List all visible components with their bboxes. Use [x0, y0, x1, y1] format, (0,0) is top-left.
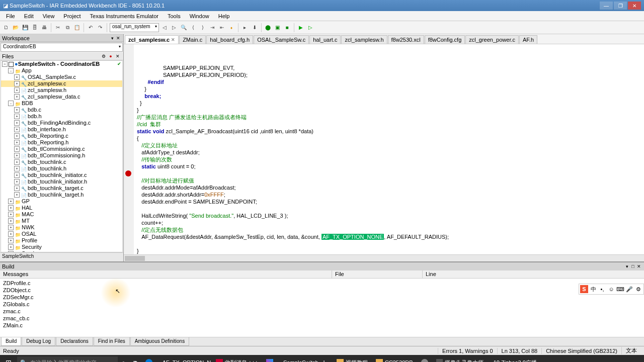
find-icon[interactable]: 🔍 [180, 24, 188, 32]
editor-tab[interactable]: hal_board_cfg.h [206, 35, 253, 44]
workspace-tab[interactable]: SampleSwitch [0, 252, 123, 261]
ime-toolbar[interactable]: S 中 •, ☺ ⌨ 🎤 ⚙ [579, 284, 644, 295]
menu-help[interactable]: Help [214, 12, 234, 20]
file-tree[interactable]: −● SampleSwitch - CoordinatorEB ✔ -📁App+… [1, 60, 123, 252]
editor-tab[interactable]: OSAL_SampleSw.c [254, 35, 309, 44]
highlighted-token[interactable]: AF_TX_OPTION_NONE [321, 234, 384, 240]
breakpoint-icon[interactable] [125, 170, 131, 176]
tab-close-icon[interactable]: ✕ [171, 37, 175, 42]
save-icon[interactable]: 💾 [21, 24, 29, 32]
editor-tab[interactable]: ZMain.c [179, 35, 206, 44]
build-msg[interactable]: ZMain.c [3, 322, 641, 329]
task-app4[interactable] [417, 355, 432, 362]
tree-item[interactable]: +📁MAC [1, 211, 122, 218]
tree-item[interactable]: +📁HAL [1, 205, 122, 211]
task-app3[interactable] [262, 355, 277, 362]
tree-item[interactable]: +📄bdb_touchlink_target.h [1, 192, 122, 198]
build-icon[interactable]: ▣ [274, 24, 282, 32]
menu-window[interactable]: Window [186, 12, 213, 20]
menu-view[interactable]: View [39, 12, 59, 20]
redo-icon[interactable]: ↷ [96, 24, 104, 32]
menu-emulator[interactable]: Texas Instruments Emulator [86, 12, 163, 20]
nav-back-icon[interactable]: ◁ [160, 24, 169, 32]
task-edge[interactable] [141, 355, 156, 362]
tree-item[interactable]: +🔧zcl_samplesw_data.c [1, 94, 122, 100]
task-view[interactable]: ⧉ [129, 355, 141, 362]
tree-item[interactable]: +📁GP [1, 198, 122, 205]
save-all-icon[interactable]: 🗄 [31, 24, 39, 32]
editor-tab[interactable]: zcl_green_power.c [465, 35, 519, 44]
minimize-button[interactable]: — [600, 2, 613, 10]
col-line[interactable]: Line [423, 270, 644, 278]
tree-item[interactable]: +📄zcl_samplesw.h [1, 87, 122, 94]
files-gear-icon[interactable]: ⚙ [100, 54, 107, 59]
workspace-close-icon[interactable]: ✕ [115, 36, 121, 41]
tree-root[interactable]: −● SampleSwitch - CoordinatorEB ✔ [1, 61, 122, 67]
paste-icon[interactable]: 📋 [73, 24, 81, 32]
tree-item[interactable]: -📁App [1, 67, 122, 74]
copy-icon[interactable]: ⧉ [63, 24, 71, 32]
tree-item[interactable]: +🔧zcl_samplesw.c [1, 80, 122, 87]
editor-tab[interactable]: hal_uart.c [309, 35, 341, 44]
goto-icon[interactable]: ▸ [241, 24, 249, 32]
workspace-pin-icon[interactable]: ▾ [109, 36, 115, 41]
code-editor[interactable]: SAMPLEAPP_REJOIN_EVT, SAMPLEAPP_REJOIN_P… [124, 44, 644, 254]
debug-icon[interactable]: ▶ [297, 24, 305, 32]
maximize-button[interactable]: ❐ [614, 2, 627, 10]
tree-item[interactable]: +📁NWK [1, 224, 122, 231]
tree-item[interactable]: +📄bdb_tlCommissioning.h [1, 152, 122, 159]
build-tab-build[interactable]: Build [1, 337, 21, 346]
search-combo[interactable]: osal_run_system [110, 23, 159, 32]
task-app6[interactable]: 10.Zigbee3.0广播... [488, 355, 543, 362]
bookmark-prev-icon[interactable]: ⇤ [218, 24, 226, 32]
sogou-icon[interactable]: S [580, 285, 588, 293]
ime-settings-icon[interactable]: ⚙ [634, 285, 642, 293]
ime-lang-icon[interactable]: 中 [589, 285, 597, 293]
tree-item[interactable]: +📄bdb_touchlink.h [1, 165, 122, 172]
debug-no-download-icon[interactable]: ▷ [306, 24, 314, 32]
ime-keyboard-icon[interactable]: ⌨ [616, 285, 624, 293]
editor-tab[interactable]: f8wConfig.cfg [425, 35, 465, 44]
tree-item[interactable]: +🔧bdb_tlCommissioning.c [1, 146, 122, 152]
tree-item[interactable]: +📄bdb.h [1, 113, 122, 120]
task-app2[interactable]: 收到消息 +++ [212, 355, 262, 362]
prev-icon[interactable]: ⟨ [189, 24, 197, 32]
build-msg[interactable]: ZDProfile.c [3, 280, 641, 287]
editor-tab[interactable]: AF.h [519, 35, 537, 44]
build-messages[interactable]: ZDProfile.c ZDObject.c ZDSecMgr.c ZGloba… [0, 279, 644, 337]
next-icon[interactable]: ⟩ [199, 24, 207, 32]
build-msg[interactable]: ZDObject.c [3, 287, 641, 294]
menu-file[interactable]: File [2, 12, 19, 20]
build-close-icon[interactable]: ✕ [636, 264, 642, 269]
build-tab-debuglog[interactable]: Debug Log [22, 337, 55, 346]
build-msg[interactable]: zmac_cb.c [3, 315, 641, 322]
tree-item[interactable]: +🔧bdb_Reporting.c [1, 133, 122, 139]
build-tab-find[interactable]: Find in Files [94, 337, 130, 346]
build-msg[interactable]: ZDSecMgr.c [3, 294, 641, 301]
build-msg[interactable]: ZGlobals.c [3, 301, 641, 308]
open-file-icon[interactable]: 📂 [12, 24, 20, 32]
tree-item[interactable]: +📄bdb_Reporting.h [1, 139, 122, 146]
editor-tab[interactable]: zcl_samplesw.h [341, 35, 387, 44]
tree-item[interactable]: +📁Security [1, 244, 122, 250]
bookmark-toggle-icon[interactable]: ⇥ [208, 24, 216, 32]
files-x-icon[interactable]: ✕ [114, 54, 121, 59]
tree-item[interactable]: +📄bdb_touchlink_initiator.h [1, 178, 122, 185]
print-icon[interactable]: 🖶 [40, 24, 48, 32]
build-msg[interactable]: zmac.c [3, 308, 641, 315]
task-app5[interactable]: 摄像头录像大师 [432, 355, 488, 362]
make-icon[interactable]: ⬤ [264, 24, 272, 32]
taskbar-search[interactable]: 🔍 在这里输入你要搜索的内容 [17, 356, 118, 362]
tree-item[interactable]: +🔧bdb_touchlink_target.c [1, 185, 122, 192]
menu-tools[interactable]: Tools [164, 12, 185, 20]
files-red-icon[interactable]: ● [107, 54, 114, 59]
undo-icon[interactable]: ↶ [87, 24, 95, 32]
tree-item[interactable]: +📄bdb_interface.h [1, 126, 122, 133]
build-tab-decl[interactable]: Declarations [56, 337, 93, 346]
task-iar[interactable]: SampleSwitch - I... [277, 355, 333, 362]
start-button[interactable]: ⊞ [0, 355, 17, 362]
cut-icon[interactable]: ✂ [54, 24, 62, 32]
tree-item[interactable]: +📁Profile [1, 237, 122, 244]
close-button[interactable]: ✕ [628, 2, 641, 10]
tree-item[interactable]: +🔧bdb_touchlink_initiator.c [1, 172, 122, 178]
